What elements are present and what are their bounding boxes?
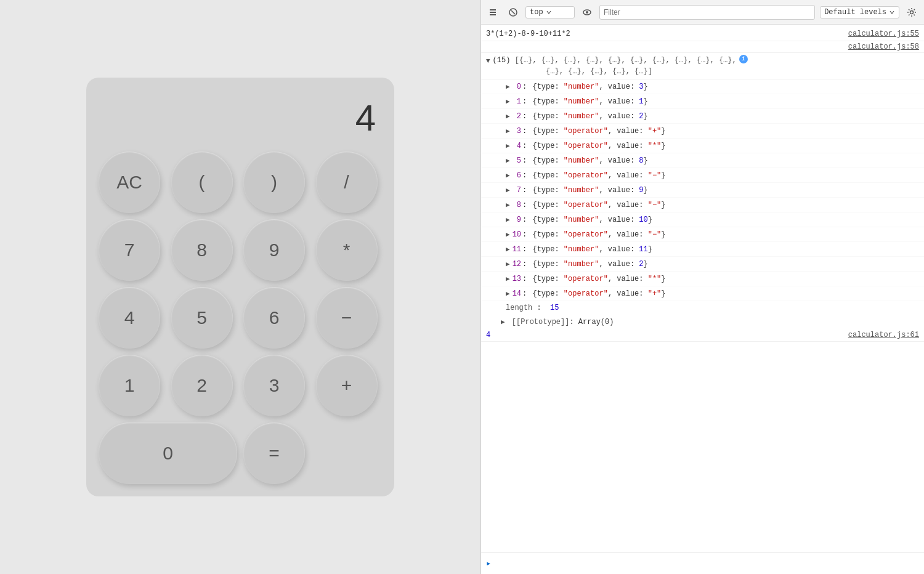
item-14-arrow[interactable] — [506, 288, 510, 299]
item-2-arrow[interactable] — [506, 111, 510, 122]
nine-button[interactable]: 9 — [243, 219, 305, 281]
three-button[interactable]: 3 — [243, 355, 305, 416]
array-item-5: 5 : {type: "number" , value: 8 } — [481, 153, 924, 168]
array-item-9: 9 : {type: "number" , value: 10 } — [481, 212, 924, 227]
levels-label: Default levels — [824, 8, 886, 17]
five-button[interactable]: 5 — [171, 287, 233, 349]
plus-button[interactable]: + — [316, 355, 378, 416]
svg-rect-1 — [490, 12, 496, 13]
filter-input[interactable] — [599, 5, 815, 20]
item-8-arrow[interactable] — [506, 200, 510, 211]
two-button[interactable]: 2 — [171, 355, 233, 416]
array-item-13: 13 : {type: "operator" , value: "*" } — [481, 272, 924, 286]
divide-button[interactable]: / — [316, 152, 378, 213]
second-file-link[interactable]: calculator.js:58 — [848, 42, 919, 51]
proto-arrow[interactable] — [501, 317, 505, 328]
equals-button[interactable]: = — [243, 422, 305, 484]
multiply-button[interactable]: * — [316, 219, 378, 281]
array-item-1: 1 : {type: "number" , value: 1 } — [481, 94, 924, 109]
item-13-arrow[interactable] — [506, 273, 510, 285]
zero-button[interactable]: 0 — [99, 422, 237, 484]
info-icon: i — [739, 55, 748, 63]
button-grid: AC ( ) / 7 8 9 * 4 5 6 − 1 2 3 + 0 = — [99, 152, 382, 484]
expression-text: 3*(1+2)-8-9-10+11*2 — [486, 30, 570, 38]
calculator-display: 4 — [99, 84, 382, 145]
one-button[interactable]: 1 — [99, 355, 160, 416]
eye-icon[interactable] — [580, 5, 594, 20]
array-item-10: 10 : {type: "operator" , value: "−" } — [481, 227, 924, 242]
result-line: 4 calculator.js:61 — [481, 329, 924, 342]
open-paren-button[interactable]: ( — [171, 152, 233, 213]
execute-icon[interactable] — [486, 5, 501, 20]
expression-entry: 3*(1+2)-8-9-10+11*2 calculator.js:55 — [481, 27, 924, 41]
array-header: (15) [{…}, {…}, {…}, {…}, {…}, {…}, {…},… — [481, 53, 924, 79]
item-5-arrow[interactable] — [506, 155, 510, 166]
six-button[interactable]: 6 — [243, 287, 305, 349]
levels-chevron-icon — [889, 9, 895, 15]
item-12-arrow[interactable] — [506, 259, 510, 270]
item-0-arrow[interactable] — [506, 81, 510, 92]
array-length-badge: (15) — [493, 55, 515, 66]
chevron-down-icon — [546, 9, 552, 15]
array-items: 0 : {type: "number" , value: 3 } 1 : {ty… — [481, 79, 924, 329]
devtools-toolbar: top Default levels — [481, 0, 924, 25]
item-6-arrow[interactable] — [506, 170, 510, 181]
array-item-8: 8 : {type: "operator" , value: "−" } — [481, 198, 924, 212]
eight-button[interactable]: 8 — [171, 219, 233, 281]
item-1-arrow[interactable] — [506, 96, 510, 107]
console-input[interactable] — [496, 559, 919, 568]
item-9-arrow[interactable] — [506, 214, 510, 225]
console-prompt[interactable]: ▸ — [481, 552, 924, 574]
result-value: 4 — [486, 331, 490, 339]
context-select[interactable]: top — [525, 6, 575, 18]
array-item-3: 3 : {type: "operator" , value: "+" } — [481, 124, 924, 139]
prompt-arrow-icon: ▸ — [486, 558, 491, 568]
array-item-14: 14 : {type: "operator" , value: "+" } — [481, 286, 924, 301]
array-summary: [{…}, {…}, {…}, {…}, {…}, {…}, {…}, {…},… — [515, 55, 737, 77]
item-10-arrow[interactable] — [506, 229, 510, 240]
console-output[interactable]: 3*(1+2)-8-9-10+11*2 calculator.js:55 cal… — [481, 25, 924, 552]
four-button[interactable]: 4 — [99, 287, 160, 349]
devtools-panel: top Default levels 3*(1+2)-8-9-10+11*2 c… — [480, 0, 924, 574]
array-item-7: 7 : {type: "number" , value: 9 } — [481, 183, 924, 198]
levels-select[interactable]: Default levels — [820, 6, 899, 18]
svg-rect-0 — [490, 9, 496, 10]
array-item-12: 12 : {type: "number" , value: 2 } — [481, 257, 924, 272]
result-file-link[interactable]: calculator.js:61 — [848, 331, 919, 339]
array-expand-arrow[interactable] — [486, 55, 490, 67]
array-item-0: 0 : {type: "number" , value: 3 } — [481, 79, 924, 94]
item-4-arrow[interactable] — [506, 140, 510, 152]
ac-button[interactable]: AC — [99, 152, 160, 213]
svg-point-7 — [910, 10, 914, 14]
item-7-arrow[interactable] — [506, 185, 510, 196]
array-item-6: 6 : {type: "operator" , value: "−" } — [481, 168, 924, 183]
svg-point-6 — [586, 11, 588, 14]
calculator-area: 4 AC ( ) / 7 8 9 * 4 5 6 − 1 2 3 + 0 = — [0, 0, 480, 574]
item-3-arrow[interactable] — [506, 126, 510, 137]
minus-button[interactable]: − — [316, 287, 378, 349]
display-value: 4 — [355, 97, 376, 139]
item-0-index: 0 — [513, 81, 521, 92]
seven-button[interactable]: 7 — [99, 219, 160, 281]
clear-icon[interactable] — [506, 5, 521, 20]
svg-line-4 — [511, 10, 515, 14]
proto-line: [[Prototype]] : Array(0) — [481, 315, 924, 329]
array-item-4: 4 : {type: "operator" , value: "*" } — [481, 139, 924, 153]
close-paren-button[interactable]: ) — [243, 152, 305, 213]
settings-icon[interactable] — [904, 5, 919, 20]
svg-rect-2 — [490, 14, 496, 15]
context-label: top — [530, 8, 543, 17]
array-item-11: 11 : {type: "number" , value: 11 } — [481, 242, 924, 257]
length-line: length : 15 — [481, 301, 924, 315]
expression-file-link[interactable]: calculator.js:55 — [848, 30, 919, 38]
item-11-arrow[interactable] — [506, 244, 510, 255]
calculator: 4 AC ( ) / 7 8 9 * 4 5 6 − 1 2 3 + 0 = — [86, 78, 394, 496]
array-item-2: 2 : {type: "number" , value: 2 } — [481, 109, 924, 124]
